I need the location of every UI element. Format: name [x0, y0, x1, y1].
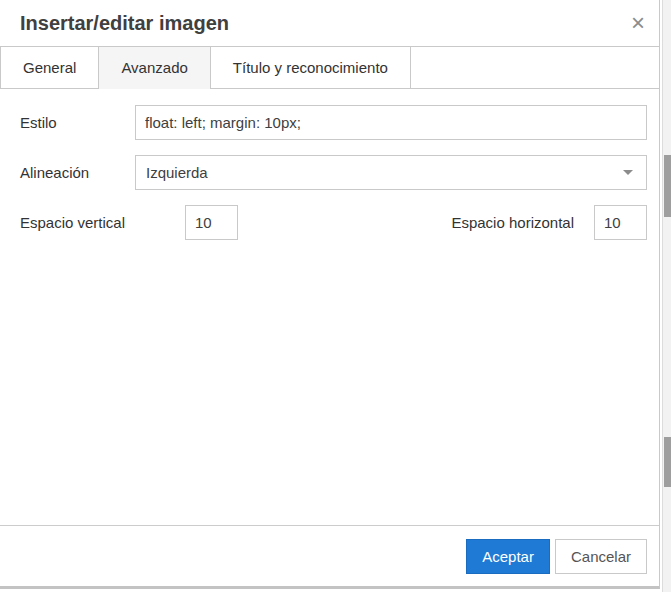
- dialog-title: Insertar/editar imagen: [20, 12, 629, 35]
- spacing-row: Espacio vertical Espacio horizontal: [20, 205, 647, 240]
- horizontal-space-label: Espacio horizontal: [451, 214, 574, 231]
- accept-button[interactable]: Aceptar: [466, 539, 550, 574]
- cancel-button[interactable]: Cancelar: [555, 539, 647, 574]
- alignment-row: Alineación Izquierda: [20, 155, 647, 190]
- insert-edit-image-dialog: Insertar/editar imagen × General Avanzad…: [0, 0, 660, 589]
- tab-general[interactable]: General: [0, 47, 99, 88]
- page-scrollbar[interactable]: [662, 0, 671, 592]
- vertical-space-input[interactable]: [185, 205, 238, 240]
- chevron-down-icon: [623, 170, 633, 175]
- alignment-selected-value: Izquierda: [146, 164, 623, 181]
- close-icon[interactable]: ×: [629, 11, 647, 35]
- tab-strip: General Avanzado Título y reconocimiento: [0, 47, 659, 89]
- horizontal-space-input[interactable]: [594, 205, 647, 240]
- alignment-select[interactable]: Izquierda: [135, 155, 647, 190]
- style-input[interactable]: [135, 105, 647, 140]
- alignment-label: Alineación: [20, 164, 135, 181]
- scrollbar-thumb-upper[interactable]: [664, 155, 671, 217]
- tab-titulo-y-reconocimiento[interactable]: Título y reconocimiento: [211, 47, 411, 88]
- vertical-space-label: Espacio vertical: [20, 214, 185, 231]
- dialog-header: Insertar/editar imagen ×: [0, 0, 659, 47]
- dialog-footer: Aceptar Cancelar: [0, 525, 659, 586]
- tab-avanzado[interactable]: Avanzado: [99, 47, 210, 89]
- insert-edit-image-dialog-stage: Insertar/editar imagen × General Avanzad…: [0, 0, 671, 592]
- style-row: Estilo: [20, 105, 647, 140]
- dialog-body: Estilo Alineación Izquierda Espacio vert…: [0, 89, 659, 525]
- style-label: Estilo: [20, 114, 135, 131]
- scrollbar-thumb-lower[interactable]: [664, 437, 671, 487]
